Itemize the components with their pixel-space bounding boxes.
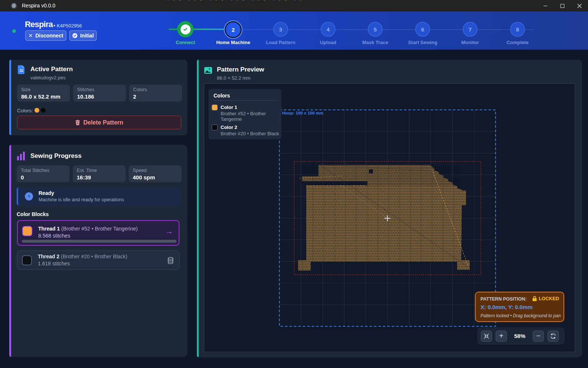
svg-text:Hoop: 100 x 100 mm: Hoop: 100 x 100 mm	[282, 111, 323, 115]
